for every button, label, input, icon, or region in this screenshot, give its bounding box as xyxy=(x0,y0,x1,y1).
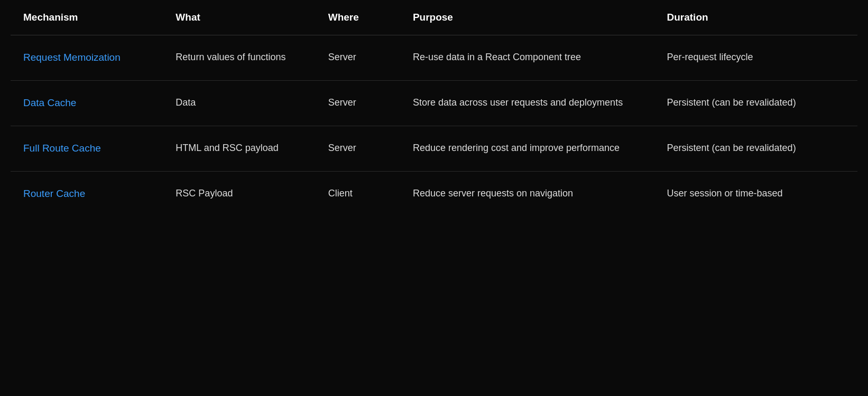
caching-table: Mechanism What Where Purpose Duration Re… xyxy=(11,0,857,216)
cell-purpose-2: Reduce rendering cost and improve perfor… xyxy=(400,126,654,171)
main-container: Mechanism What Where Purpose Duration Re… xyxy=(0,0,868,216)
mechanism-link-2[interactable]: Full Route Cache xyxy=(23,143,101,154)
cell-what-2: HTML and RSC payload xyxy=(163,126,315,171)
cell-purpose-3: Reduce server requests on navigation xyxy=(400,171,654,216)
header-purpose: Purpose xyxy=(400,0,654,35)
table-row: Request MemoizationReturn values of func… xyxy=(11,35,857,81)
cell-duration-1: Persistent (can be revalidated) xyxy=(654,80,858,126)
cell-purpose-0: Re-use data in a React Component tree xyxy=(400,35,654,81)
table-row: Full Route CacheHTML and RSC payloadServ… xyxy=(11,126,857,171)
cell-duration-2: Persistent (can be revalidated) xyxy=(654,126,858,171)
mechanism-link-1[interactable]: Data Cache xyxy=(23,97,76,108)
cell-what-0: Return values of functions xyxy=(163,35,315,81)
table-header-row: Mechanism What Where Purpose Duration xyxy=(11,0,857,35)
cell-what-1: Data xyxy=(163,80,315,126)
table-row: Data CacheDataServerStore data across us… xyxy=(11,80,857,126)
cell-where-3: Client xyxy=(316,171,400,216)
cell-mechanism-2[interactable]: Full Route Cache xyxy=(11,126,163,171)
header-what: What xyxy=(163,0,315,35)
cell-mechanism-0[interactable]: Request Memoization xyxy=(11,35,163,81)
header-duration: Duration xyxy=(654,0,858,35)
cell-where-1: Server xyxy=(316,80,400,126)
mechanism-link-3[interactable]: Router Cache xyxy=(23,188,85,199)
cell-purpose-1: Store data across user requests and depl… xyxy=(400,80,654,126)
header-where: Where xyxy=(316,0,400,35)
cell-mechanism-1[interactable]: Data Cache xyxy=(11,80,163,126)
cell-where-0: Server xyxy=(316,35,400,81)
header-mechanism: Mechanism xyxy=(11,0,163,35)
table-row: Router CacheRSC PayloadClientReduce serv… xyxy=(11,171,857,216)
cell-duration-0: Per-request lifecycle xyxy=(654,35,858,81)
cell-duration-3: User session or time-based xyxy=(654,171,858,216)
cell-mechanism-3[interactable]: Router Cache xyxy=(11,171,163,216)
cell-where-2: Server xyxy=(316,126,400,171)
mechanism-link-0[interactable]: Request Memoization xyxy=(23,52,121,63)
cell-what-3: RSC Payload xyxy=(163,171,315,216)
